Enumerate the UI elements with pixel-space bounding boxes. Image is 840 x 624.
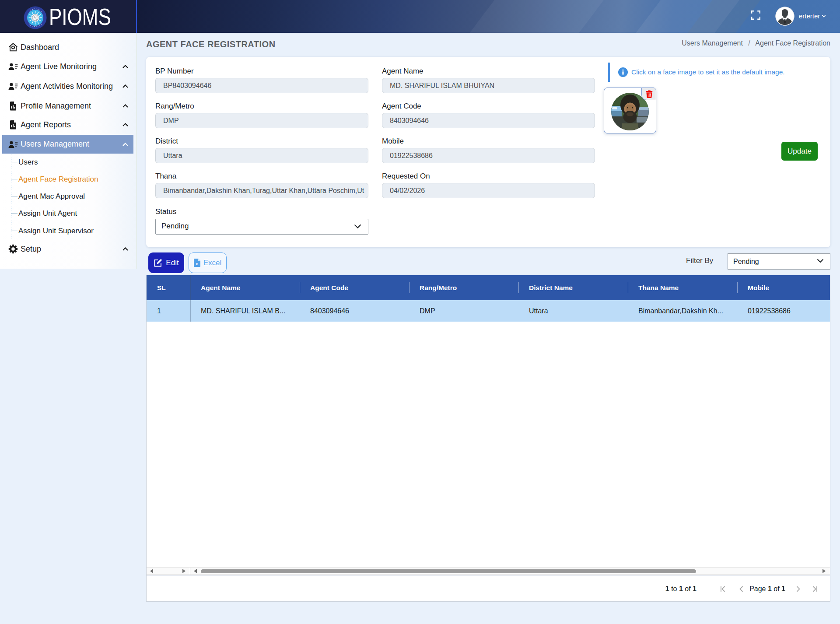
- svg-text:x: x: [196, 262, 198, 266]
